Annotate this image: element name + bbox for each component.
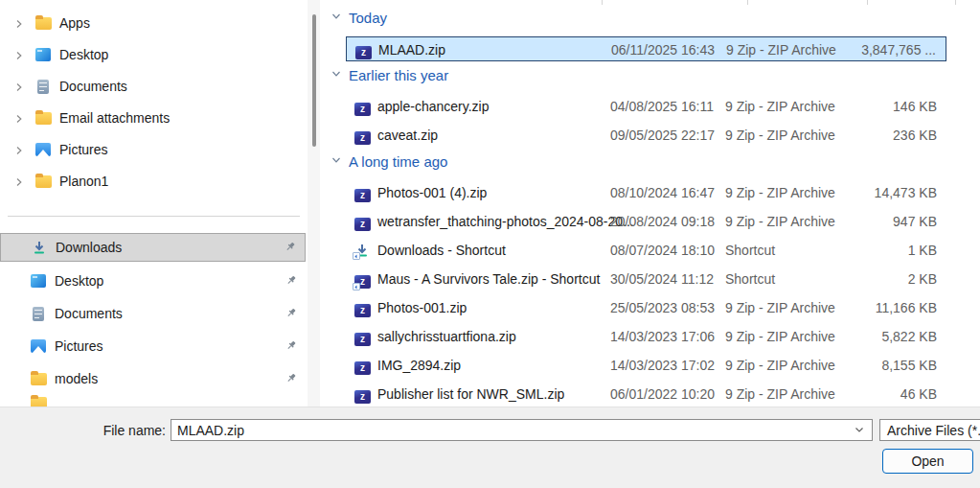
file-date-modified: 14/03/2023 17:02: [610, 358, 715, 373]
file-type-combobox[interactable]: Archive Files (*.zip: [879, 419, 980, 441]
sidebar-item-desktop[interactable]: Desktop: [0, 267, 306, 294]
file-name: Downloads - Shortcut: [377, 243, 506, 258]
sidebar-scrollbar[interactable]: [308, 0, 320, 407]
file-name: apple-chancery.zip: [377, 99, 489, 114]
file-row-maus-a-survivors-tale-zip-shortcut[interactable]: zMaus - A Survivors Tale.zip - Shortcut3…: [346, 267, 946, 291]
file-name: Publisher list for NWR_SML.zip: [377, 386, 564, 402]
chevron-down-icon[interactable]: [330, 10, 342, 25]
group-label: Today: [349, 10, 387, 26]
chevron-right-icon[interactable]: [13, 112, 25, 124]
file-size: 236 KB: [822, 128, 937, 143]
file-name-combobox[interactable]: [171, 419, 873, 441]
group-header-a-long-time-ago[interactable]: A long time ago: [330, 151, 447, 171]
open-button[interactable]: Open: [882, 449, 973, 474]
sidebar-item-label: Apps: [59, 15, 90, 31]
chevron-down-icon[interactable]: [330, 153, 342, 169]
sidebar-item-desktop[interactable]: Desktop: [0, 41, 306, 68]
file-type: 9 Zip - ZIP Archive: [725, 185, 835, 200]
zip-icon: z: [354, 131, 371, 145]
file-open-dialog: AppsDesktopDocumentsEmail attachmentsPic…: [0, 0, 980, 488]
file-row-apple-chancery-zip[interactable]: zapple-chancery.zip04/08/2025 16:119 Zip…: [346, 94, 946, 119]
sidebar-item-apps[interactable]: Apps: [0, 10, 306, 36]
chevron-right-icon[interactable]: [13, 175, 25, 187]
sidebar-item-label: Desktop: [59, 47, 108, 62]
sidebar-item-label: Desktop: [55, 273, 103, 289]
file-name-label: File name:: [0, 423, 166, 438]
file-type: 9 Zip - ZIP Archive: [725, 358, 835, 373]
pin-icon: [285, 308, 298, 320]
pictures-icon: [35, 143, 51, 156]
file-type: Shortcut: [725, 243, 775, 258]
download-icon: [32, 241, 47, 255]
file-type: 9 Zip - ZIP Archive: [725, 128, 835, 143]
file-row-wetransfer-thatching-photos-2024-08-20[interactable]: zwetransfer_thatching-photos_2024-08-20.…: [346, 209, 946, 234]
folder-icon: [35, 112, 52, 125]
column-divider[interactable]: [955, 0, 956, 5]
file-name: sallychrisstuartfiona.zip: [377, 329, 516, 344]
file-row-photos-001-zip[interactable]: zPhotos-001.zip25/05/2023 08:539 Zip - Z…: [346, 295, 946, 320]
scrollbar-thumb[interactable]: [312, 14, 316, 147]
sidebar-item-documents[interactable]: Documents: [0, 300, 306, 327]
file-name: caveat.zip: [377, 128, 438, 143]
zip-icon: z: [354, 189, 371, 202]
column-divider[interactable]: [747, 0, 748, 5]
file-name-input[interactable]: [171, 423, 854, 438]
zip-icon: z: [354, 333, 371, 346]
group-header-earlier-this-year[interactable]: Earlier this year: [330, 65, 448, 84]
sidebar-item-pictures[interactable]: Pictures: [0, 333, 306, 360]
sidebar-item-documents[interactable]: Documents: [0, 73, 306, 100]
file-size: 2 KB: [822, 271, 937, 287]
file-row-sallychrisstuartfiona-zip[interactable]: zsallychrisstuartfiona.zip14/03/2023 17:…: [346, 324, 946, 349]
file-size: 46 KB: [822, 386, 937, 402]
file-date-modified: 20/08/2024 09:18: [610, 214, 715, 229]
shortcut-overlay-icon: [353, 283, 360, 290]
desktop-icon: [35, 48, 51, 61]
chevron-right-icon[interactable]: [13, 17, 25, 29]
file-name: wetransfer_thatching-photos_2024-08-20..…: [377, 214, 634, 229]
chevron-down-icon[interactable]: [330, 67, 342, 82]
file-date-modified: 08/10/2024 16:47: [610, 185, 715, 200]
chevron-right-icon[interactable]: [13, 81, 25, 92]
file-name: Maus - A Survivors Tale.zip - Shortcut: [377, 271, 600, 287]
group-label: A long time ago: [349, 153, 447, 170]
column-divider[interactable]: [602, 0, 603, 5]
sidebar-item-label: Pictures: [55, 338, 103, 354]
chevron-right-icon[interactable]: [13, 49, 25, 60]
sidebar-item-planon1[interactable]: Planon1: [0, 168, 306, 195]
file-type: 9 Zip - ZIP Archive: [725, 329, 835, 344]
file-row-mlaad-zip[interactable]: zMLAAD.zip06/11/2025 16:439 Zip - ZIP Ar…: [346, 36, 946, 61]
file-type: 9 Zip - ZIP Archive: [725, 300, 835, 315]
sidebar-item-email-attachments[interactable]: Email attachments: [0, 105, 306, 131]
file-row-publisher-list-for-nwr-sml-zip[interactable]: zPublisher list for NWR_SML.zip06/01/202…: [346, 382, 946, 407]
file-date-modified: 06/01/2022 10:20: [610, 386, 715, 402]
file-row-caveat-zip[interactable]: zcaveat.zip09/05/2025 22:179 Zip - ZIP A…: [346, 123, 946, 148]
file-row-photos-001-4-zip[interactable]: zPhotos-001 (4).zip08/10/2024 16:479 Zip…: [346, 180, 946, 205]
zip-icon: z: [355, 46, 372, 59]
sidebar-item-pictures[interactable]: Pictures: [0, 136, 306, 163]
navigation-sidebar: AppsDesktopDocumentsEmail attachmentsPic…: [0, 0, 307, 407]
file-date-modified: 30/05/2024 11:12: [610, 271, 714, 287]
sidebar-item-models[interactable]: models: [0, 365, 306, 392]
sidebar-item-downloads[interactable]: Downloads: [0, 233, 306, 262]
sidebar-item-label: Pictures: [59, 142, 108, 157]
file-type: 9 Zip - ZIP Archive: [725, 214, 835, 229]
download-shortcut-icon: [354, 244, 370, 258]
file-date-modified: 06/11/2025 16:43: [611, 42, 715, 58]
column-divider[interactable]: [867, 0, 868, 5]
desktop-icon: [31, 274, 46, 288]
file-size: 5,822 KB: [822, 329, 937, 344]
file-row-downloads-shortcut[interactable]: Downloads - Shortcut08/07/2024 18:10Shor…: [346, 238, 946, 263]
zip-icon: z: [354, 304, 371, 317]
chevron-right-icon[interactable]: [13, 144, 25, 155]
file-size: 3,847,765 ...: [821, 42, 936, 58]
file-name: Photos-001.zip: [377, 300, 467, 315]
file-list: TodayzMLAAD.zip06/11/2025 16:439 Zip - Z…: [322, 0, 980, 407]
file-type: 9 Zip - ZIP Archive: [725, 99, 835, 114]
file-row-img-2894-zip[interactable]: zIMG_2894.zip14/03/2023 17:029 Zip - ZIP…: [346, 353, 946, 378]
file-date-modified: 25/05/2023 08:53: [610, 300, 715, 315]
group-header-today[interactable]: Today: [330, 8, 387, 27]
sidebar-item-label: Documents: [59, 79, 127, 94]
sidebar-item-label: Downloads: [56, 240, 122, 255]
file-size: 1 KB: [822, 243, 937, 258]
chevron-down-icon[interactable]: [854, 423, 867, 438]
